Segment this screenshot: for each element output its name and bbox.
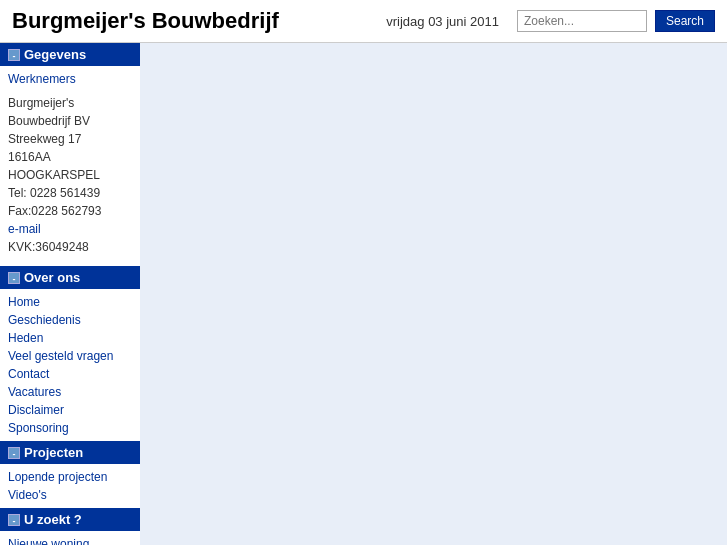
search-input[interactable] — [517, 10, 647, 32]
section-header-gegevens[interactable]: - Gegevens — [0, 43, 140, 66]
company-email-link[interactable]: e-mail — [8, 222, 41, 236]
section-u-zoekt: - U zoekt ? Nieuwe woning Verbouwing Koz… — [0, 508, 140, 545]
sidebar-link-contact[interactable]: Contact — [0, 365, 140, 383]
section-label-over-ons: Over ons — [24, 270, 80, 285]
section-label-u-zoekt: U zoekt ? — [24, 512, 82, 527]
section-label-projecten: Projecten — [24, 445, 83, 460]
company-kvk: KVK:36049248 — [8, 238, 132, 256]
company-name: Burgmeijer's Bouwbedrijf BV — [8, 94, 132, 130]
section-content-gegevens: Werknemers Burgmeijer's Bouwbedrijf BV S… — [0, 66, 140, 266]
sidebar: - Gegevens Werknemers Burgmeijer's Bouwb… — [0, 43, 140, 545]
company-street: Streekweg 17 — [8, 130, 132, 148]
section-collapse-icon-projecten: - — [8, 447, 20, 459]
section-content-u-zoekt: Nieuwe woning Verbouwing Kozijnen ramen … — [0, 531, 140, 545]
main-content — [140, 43, 727, 545]
sidebar-link-disclaimer[interactable]: Disclaimer — [0, 401, 140, 419]
sidebar-link-home[interactable]: Home — [0, 293, 140, 311]
section-label-gegevens: Gegevens — [24, 47, 86, 62]
section-projecten: - Projecten Lopende projecten Video's — [0, 441, 140, 508]
header-right: vrijdag 03 juni 2011 Search — [386, 10, 715, 32]
sidebar-link-nieuwe-woning[interactable]: Nieuwe woning — [0, 535, 140, 545]
company-fax: Fax:0228 562793 — [8, 202, 132, 220]
sidebar-link-werknemers[interactable]: Werknemers — [0, 70, 140, 88]
page-header: Burgmeijer's Bouwbedrijf vrijdag 03 juni… — [0, 0, 727, 43]
section-header-u-zoekt[interactable]: - U zoekt ? — [0, 508, 140, 531]
section-gegevens: - Gegevens Werknemers Burgmeijer's Bouwb… — [0, 43, 140, 266]
sidebar-link-lopende-projecten[interactable]: Lopende projecten — [0, 468, 140, 486]
company-tel: Tel: 0228 561439 — [8, 184, 132, 202]
sidebar-link-vragen[interactable]: Veel gesteld vragen — [0, 347, 140, 365]
sidebar-link-videos[interactable]: Video's — [0, 486, 140, 504]
sidebar-link-heden[interactable]: Heden — [0, 329, 140, 347]
section-collapse-icon-gegevens: - — [8, 49, 20, 61]
site-title: Burgmeijer's Bouwbedrijf — [12, 8, 279, 34]
section-header-over-ons[interactable]: - Over ons — [0, 266, 140, 289]
section-content-over-ons: Home Geschiedenis Heden Veel gesteld vra… — [0, 289, 140, 441]
gegevens-info: Burgmeijer's Bouwbedrijf BV Streekweg 17… — [0, 88, 140, 262]
section-collapse-icon-over-ons: - — [8, 272, 20, 284]
company-city: 1616AA HOOGKARSPEL — [8, 148, 132, 184]
section-header-projecten[interactable]: - Projecten — [0, 441, 140, 464]
header-date: vrijdag 03 juni 2011 — [386, 14, 499, 29]
section-content-projecten: Lopende projecten Video's — [0, 464, 140, 508]
main-layout: - Gegevens Werknemers Burgmeijer's Bouwb… — [0, 43, 727, 545]
section-collapse-icon-u-zoekt: - — [8, 514, 20, 526]
section-over-ons: - Over ons Home Geschiedenis Heden Veel … — [0, 266, 140, 441]
sidebar-link-sponsoring[interactable]: Sponsoring — [0, 419, 140, 437]
sidebar-link-vacatures[interactable]: Vacatures — [0, 383, 140, 401]
sidebar-link-geschiedenis[interactable]: Geschiedenis — [0, 311, 140, 329]
search-button[interactable]: Search — [655, 10, 715, 32]
